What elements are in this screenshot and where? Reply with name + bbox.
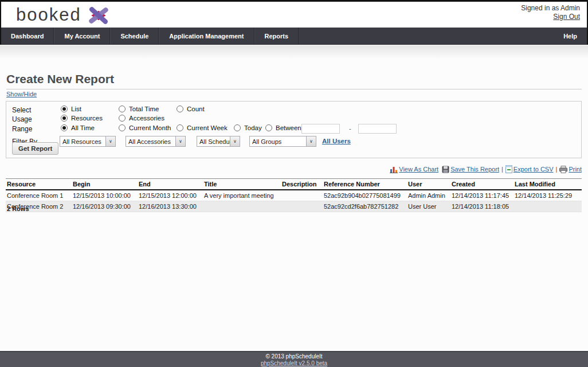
radio-label: Count bbox=[187, 106, 205, 112]
cell-last-modified bbox=[513, 201, 582, 212]
bar-chart-icon bbox=[390, 166, 398, 173]
report-results-table: Resource Begin End Title Description Ref… bbox=[6, 178, 582, 212]
option-between: Between bbox=[265, 124, 301, 131]
nav-reports[interactable]: Reports bbox=[254, 28, 299, 44]
option-count: Count bbox=[177, 106, 205, 112]
report-actions: View As Chart Save This Report | Export … bbox=[390, 165, 582, 173]
col-last-modified: Last Modified bbox=[513, 179, 582, 190]
nav-dashboard[interactable]: Dashboard bbox=[1, 28, 54, 44]
option-total-time: Total Time bbox=[119, 106, 159, 112]
cell-end: 12/15/2013 12:00:00 bbox=[138, 190, 203, 201]
printer-icon bbox=[559, 166, 567, 173]
radio-today[interactable] bbox=[234, 124, 241, 131]
cell-reference-number: 52ac92cd2f6ab782751282 bbox=[323, 201, 407, 212]
nav-shadow bbox=[0, 45, 588, 59]
logo[interactable]: booked bbox=[16, 3, 111, 27]
cell-user: User User bbox=[407, 201, 450, 212]
session-info: Signed in as Admin Sign Out bbox=[521, 4, 580, 21]
filter-row: Filter By All Resources ∨ All Accessorie… bbox=[6, 137, 581, 146]
separator: | bbox=[501, 166, 503, 173]
accessories-filter-select[interactable]: All Accessories ∨ bbox=[126, 136, 186, 147]
col-resource: Resource bbox=[6, 179, 72, 190]
resources-filter-select[interactable]: All Resources ∨ bbox=[60, 136, 116, 147]
cell-begin: 12/16/2013 09:30:00 bbox=[72, 201, 138, 212]
page-title: Create New Report bbox=[6, 72, 582, 89]
cell-created: 12/14/2013 11:18:05 bbox=[450, 201, 513, 212]
range-row-label: Range bbox=[12, 125, 32, 133]
between-end-input[interactable] bbox=[358, 124, 397, 134]
cell-title: A very important meeting bbox=[203, 190, 281, 201]
export-to-csv-link[interactable]: Export to CSV bbox=[505, 165, 554, 173]
radio-label: Total Time bbox=[129, 106, 159, 112]
radio-label: All Time bbox=[71, 124, 95, 131]
col-reference-number: Reference Number bbox=[323, 179, 407, 190]
get-report-button[interactable]: Get Report bbox=[12, 142, 58, 155]
groups-filter-select[interactable]: All Groups ∨ bbox=[249, 136, 316, 147]
radio-count[interactable] bbox=[177, 106, 183, 112]
radio-label: Current Week bbox=[187, 124, 228, 131]
show-hide-link[interactable]: Show/Hide bbox=[6, 91, 37, 97]
report-criteria-form: Select List Total Time Count Usage Resou… bbox=[6, 101, 582, 158]
view-as-chart-link[interactable]: View As Chart bbox=[390, 166, 438, 173]
page-footer: © 2013 phpScheduleIt phpScheduleIt v2.5.… bbox=[0, 351, 588, 367]
cell-created: 12/14/2013 11:17:45 bbox=[450, 190, 513, 201]
view-as-chart-label: View As Chart bbox=[399, 166, 438, 173]
print-link[interactable]: Print bbox=[559, 166, 582, 173]
col-user: User bbox=[407, 179, 450, 190]
cell-title bbox=[203, 201, 281, 212]
all-users-link[interactable]: All Users bbox=[322, 138, 351, 145]
option-current-month: Current Month bbox=[119, 124, 171, 131]
main-nav: Dashboard My Account Schedule Applicatio… bbox=[1, 28, 587, 45]
option-list: List bbox=[61, 106, 81, 112]
radio-label: Resources bbox=[71, 115, 103, 122]
option-all-time: All Time bbox=[61, 124, 95, 131]
option-today: Today bbox=[234, 124, 262, 131]
browser-chrome: booked Signed in as Admin Sign Out Dashb… bbox=[0, 0, 588, 45]
footer-copyright: © 2013 phpScheduleIt bbox=[0, 353, 588, 360]
cell-user: Admin Admin bbox=[407, 190, 450, 201]
range-separator: - bbox=[349, 125, 351, 132]
radio-current-month[interactable] bbox=[119, 124, 126, 131]
radio-all-time[interactable] bbox=[61, 124, 68, 131]
radio-label: List bbox=[71, 106, 81, 112]
radio-total-time[interactable] bbox=[119, 106, 126, 112]
select-value: All Schedules bbox=[197, 136, 230, 146]
nav-schedule[interactable]: Schedule bbox=[110, 28, 159, 44]
sign-out-link[interactable]: Sign Out bbox=[553, 13, 580, 21]
between-start-input[interactable] bbox=[301, 124, 340, 134]
range-row: Range All Time Current Month Current Wee… bbox=[6, 124, 581, 134]
logo-text: booked bbox=[16, 3, 81, 26]
nav-application-management[interactable]: Application Management bbox=[159, 28, 254, 44]
select-row: Select List Total Time Count bbox=[6, 106, 581, 115]
schedules-filter-select[interactable]: All Schedules ∨ bbox=[197, 136, 240, 147]
cell-end: 12/16/2013 13:30:00 bbox=[138, 201, 203, 212]
pinwheel-asterisk-icon bbox=[86, 4, 111, 27]
radio-current-week[interactable] bbox=[177, 124, 183, 131]
chevron-down-icon: ∨ bbox=[306, 136, 316, 146]
separator: | bbox=[556, 166, 558, 173]
radio-list[interactable] bbox=[61, 106, 68, 112]
col-begin: Begin bbox=[72, 179, 138, 190]
radio-between[interactable] bbox=[265, 124, 272, 131]
radio-resources[interactable] bbox=[61, 115, 68, 122]
option-current-week: Current Week bbox=[177, 124, 228, 131]
radio-accessories[interactable] bbox=[119, 115, 126, 122]
table-row: Conference Room 2 12/16/2013 09:30:00 12… bbox=[6, 201, 582, 212]
nav-my-account[interactable]: My Account bbox=[54, 28, 110, 44]
table-row: Conference Room 1 12/15/2013 10:00:00 12… bbox=[6, 190, 582, 201]
cell-last-modified: 12/14/2013 11:25:29 bbox=[513, 190, 582, 201]
option-resources: Resources bbox=[61, 115, 103, 122]
usage-row: Usage Resources Accessories bbox=[6, 115, 581, 124]
save-this-report-link[interactable]: Save This Report bbox=[442, 166, 499, 173]
csv-file-icon bbox=[505, 165, 512, 173]
select-value: All Accessories bbox=[126, 136, 175, 146]
save-this-report-label: Save This Report bbox=[450, 166, 499, 173]
col-created: Created bbox=[450, 179, 513, 190]
top-header: booked Signed in as Admin Sign Out bbox=[1, 2, 587, 28]
nav-help[interactable]: Help bbox=[554, 28, 587, 44]
cell-begin: 12/15/2013 10:00:00 bbox=[72, 190, 138, 201]
cell-reference-number: 52ac92b904b02775081499 bbox=[323, 190, 407, 201]
select-value: All Groups bbox=[250, 136, 306, 146]
footer-version-link[interactable]: phpScheduleIt v2.5.0 beta bbox=[261, 360, 327, 366]
cell-resource: Conference Room 1 bbox=[6, 190, 72, 201]
